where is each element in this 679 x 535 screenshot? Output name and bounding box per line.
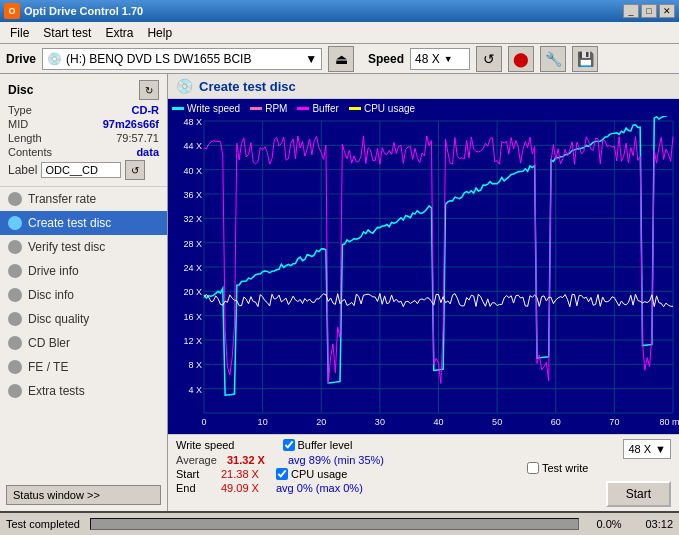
drive-icon: 💿 — [47, 52, 62, 66]
speed-dropdown-value: 48 X — [628, 443, 651, 455]
write-speed-label: Write speed — [176, 439, 235, 451]
disc-length-row: Length 79:57.71 — [8, 132, 159, 144]
chart-legend: Write speed RPM Buffer CPU usage — [172, 103, 675, 114]
legend-write-speed: Write speed — [172, 103, 240, 114]
nav-icon-disc-quality — [8, 312, 22, 326]
disc-header: Disc ↻ — [8, 80, 159, 100]
nav-icon-verify-test-disc — [8, 240, 22, 254]
legend-cpu: CPU usage — [349, 103, 415, 114]
legend-buffer-label: Buffer — [312, 103, 339, 114]
chart-canvas — [172, 116, 679, 431]
legend-write-speed-label: Write speed — [187, 103, 240, 114]
sidebar-item-label-extra-tests: Extra tests — [28, 384, 85, 398]
nav-icon-extra-tests — [8, 384, 22, 398]
disc-contents-label: Contents — [8, 146, 52, 158]
nav-icon-disc-info — [8, 288, 22, 302]
maximize-button[interactable]: □ — [641, 4, 657, 18]
sidebar-item-fe-te[interactable]: FE / TE — [0, 355, 167, 379]
stats-right: 48 X ▼ Test write Start — [519, 435, 679, 511]
speed-dropdown-icon: ▼ — [444, 54, 453, 64]
chart-container: Write speed RPM Buffer CPU usage — [168, 99, 679, 434]
panel-header-title: Create test disc — [199, 79, 296, 94]
test-write-checkbox[interactable] — [527, 462, 539, 474]
menu-extra[interactable]: Extra — [99, 24, 139, 42]
buffer-level-checkbox-label[interactable]: Buffer level — [283, 439, 353, 451]
speed-select[interactable]: 48 X ▼ — [410, 48, 470, 70]
menu-help[interactable]: Help — [141, 24, 178, 42]
status-window-label: Status window >> — [13, 489, 100, 501]
disc-label-button[interactable]: ↺ — [125, 160, 145, 180]
sidebar-item-disc-info[interactable]: Disc info — [0, 283, 167, 307]
sidebar-item-cd-bler[interactable]: CD Bler — [0, 331, 167, 355]
legend-buffer-dot — [297, 107, 309, 110]
disc-length-value: 79:57.71 — [116, 132, 159, 144]
nav-icon-transfer-rate — [8, 192, 22, 206]
status-window-button[interactable]: Status window >> — [6, 485, 161, 505]
erase-button[interactable]: ⬤ — [508, 46, 534, 72]
drive-dropdown-icon: ▼ — [305, 52, 317, 66]
sidebar-item-verify-test-disc[interactable]: Verify test disc — [0, 235, 167, 259]
nav-icon-fe-te — [8, 360, 22, 374]
drive-label: Drive — [6, 52, 36, 66]
nav-icon-cd-bler — [8, 336, 22, 350]
start-button[interactable]: Start — [606, 481, 671, 507]
disc-section: Disc ↻ Type CD-R MID 97m26s66f Length 79… — [0, 74, 167, 187]
test-write-checkbox-label[interactable]: Test write — [527, 462, 671, 474]
stat-average-desc: avg 89% (min 35%) — [288, 454, 384, 466]
drive-bar: Drive 💿 (H:) BENQ DVD LS DW1655 BCIB ▼ ⏏… — [0, 44, 679, 74]
disc-type-row: Type CD-R — [8, 104, 159, 116]
time-display: 03:12 — [633, 518, 673, 530]
cpu-usage-label: CPU usage — [291, 468, 347, 480]
app-title: Opti Drive Control 1.70 — [24, 5, 143, 17]
buffer-level-checkbox[interactable] — [283, 439, 295, 451]
sidebar-item-label-verify-test-disc: Verify test disc — [28, 240, 105, 254]
sidebar-item-label-cd-bler: CD Bler — [28, 336, 70, 350]
sidebar-item-drive-info[interactable]: Drive info — [0, 259, 167, 283]
disc-contents-value: data — [136, 146, 159, 158]
legend-rpm: RPM — [250, 103, 287, 114]
bottom-combined: Write speed Buffer level Average 31.32 X… — [168, 434, 679, 511]
refresh-button[interactable]: ↺ — [476, 46, 502, 72]
speed-label: Speed — [368, 52, 404, 66]
sidebar-item-label-create-test-disc: Create test disc — [28, 216, 111, 230]
stats-left: Write speed Buffer level Average 31.32 X… — [168, 435, 519, 511]
close-button[interactable]: ✕ — [659, 4, 675, 18]
title-bar: O Opti Drive Control 1.70 _ □ ✕ — [0, 0, 679, 22]
buffer-level-label: Buffer level — [298, 439, 353, 451]
speed-dropdown[interactable]: 48 X ▼ — [623, 439, 671, 459]
panel-header: 💿 Create test disc — [168, 74, 679, 99]
panel-header-icon: 💿 — [176, 78, 193, 94]
drive-eject-button[interactable]: ⏏ — [328, 46, 354, 72]
disc-mid-row: MID 97m26s66f — [8, 118, 159, 130]
cpu-usage-checkbox[interactable] — [276, 468, 288, 480]
stat-average-row: Average 31.32 X avg 89% (min 35%) — [176, 454, 511, 466]
nav-icon-drive-info — [8, 264, 22, 278]
stat-start-label: Start — [176, 468, 221, 480]
sidebar-item-extra-tests[interactable]: Extra tests — [0, 379, 167, 403]
sidebar-item-disc-quality[interactable]: Disc quality — [0, 307, 167, 331]
sidebar-item-create-test-disc[interactable]: Create test disc — [0, 211, 167, 235]
legend-rpm-dot — [250, 107, 262, 110]
cpu-usage-checkbox-label[interactable]: CPU usage — [276, 468, 347, 480]
progress-percent: 0.0% — [589, 518, 629, 530]
speed-dropdown-arrow: ▼ — [655, 443, 666, 455]
menu-start-test[interactable]: Start test — [37, 24, 97, 42]
drive-select[interactable]: 💿 (H:) BENQ DVD LS DW1655 BCIB ▼ — [42, 48, 322, 70]
sidebar: Disc ↻ Type CD-R MID 97m26s66f Length 79… — [0, 74, 168, 511]
disc-refresh-button[interactable]: ↻ — [139, 80, 159, 100]
stat-end-value: 49.09 X — [221, 482, 276, 494]
speed-value: 48 X — [415, 52, 440, 66]
disc-label-input[interactable] — [41, 162, 121, 178]
stat-start-value: 21.38 X — [221, 468, 276, 480]
stat-average-value: 31.32 X — [227, 454, 282, 466]
stat-end-label: End — [176, 482, 221, 494]
minimize-button[interactable]: _ — [623, 4, 639, 18]
disc-type-label: Type — [8, 104, 32, 116]
legend-rpm-label: RPM — [265, 103, 287, 114]
sidebar-item-label-drive-info: Drive info — [28, 264, 79, 278]
settings-button[interactable]: 🔧 — [540, 46, 566, 72]
sidebar-item-transfer-rate[interactable]: Transfer rate — [0, 187, 167, 211]
menu-file[interactable]: File — [4, 24, 35, 42]
test-write-label: Test write — [542, 462, 588, 474]
save-button[interactable]: 💾 — [572, 46, 598, 72]
